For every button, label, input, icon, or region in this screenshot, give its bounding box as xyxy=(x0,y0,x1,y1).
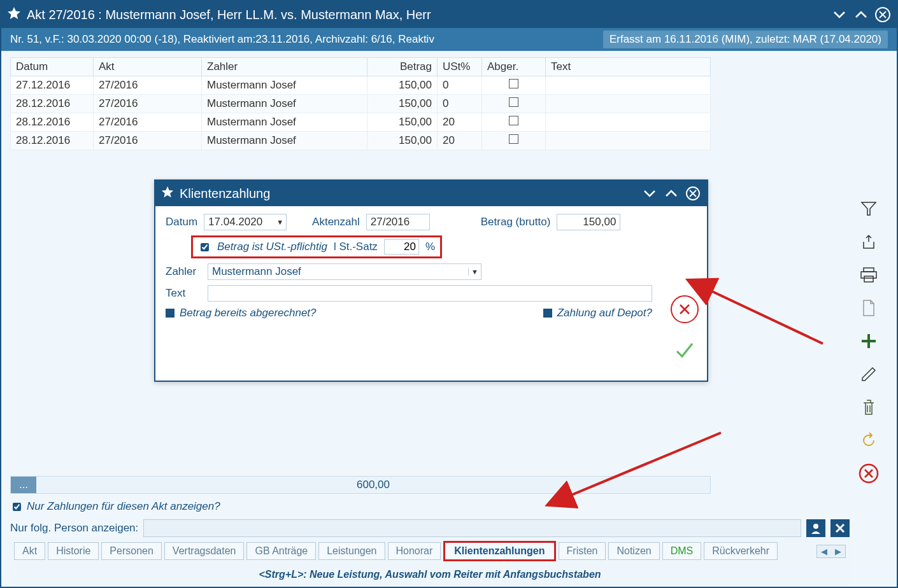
dialog-ok-button[interactable] xyxy=(671,336,699,364)
cell-abger[interactable] xyxy=(482,132,546,150)
subtitle-right: Erfasst am 16.11.2016 (MIM), zuletzt: MA… xyxy=(603,31,888,48)
window-title: Akt 27/2016 : Mustermann Josef, Herr LL.… xyxy=(27,8,825,22)
filter-icon[interactable] xyxy=(857,197,880,220)
dialog-expand-button[interactable] xyxy=(662,185,680,202)
refresh-icon[interactable] xyxy=(857,429,880,452)
datum-input[interactable]: 17.04.2020 ▼ xyxy=(204,214,287,230)
aktenzahl-input[interactable]: 27/2016 xyxy=(366,214,430,230)
cell-abger[interactable] xyxy=(482,76,546,95)
tab-honorar[interactable]: Honorar xyxy=(388,542,441,560)
date-dropdown-icon[interactable]: ▼ xyxy=(276,218,283,226)
cell-datum: 27.12.2016 xyxy=(11,76,94,95)
datum-value: 17.04.2020 xyxy=(208,216,262,228)
dialog-title: Klientenzahlung xyxy=(180,186,636,201)
tab-scroll-right[interactable]: ▶ xyxy=(831,545,845,557)
tab-personen[interactable]: Personen xyxy=(101,542,162,560)
totals-menu[interactable]: ... xyxy=(11,477,36,493)
col-betrag[interactable]: Betrag xyxy=(367,58,438,76)
chevron-down-icon[interactable]: ▼ xyxy=(468,268,481,276)
export-icon[interactable] xyxy=(857,230,880,253)
tab-notizen[interactable]: Notizen xyxy=(608,542,659,560)
zahler-value: Mustermann Josef xyxy=(212,265,468,278)
checkbox-icon[interactable] xyxy=(509,134,518,144)
tab-fristen[interactable]: Fristen xyxy=(559,542,606,560)
window-close-button[interactable] xyxy=(874,6,892,24)
filter-person-row: Nur folg. Person anzeigen: xyxy=(10,519,850,537)
cell-akt: 27/2016 xyxy=(94,132,202,150)
text-input[interactable] xyxy=(208,285,652,302)
right-toolbar xyxy=(850,57,888,587)
betrag-input[interactable]: 150,00 xyxy=(557,214,620,230)
cell-zahler: Mustermann Josef xyxy=(202,113,367,132)
square-icon xyxy=(543,309,552,318)
filter-only-this-case: Nur Zahlungen für diesen Akt anzeigen? xyxy=(10,500,850,513)
klientenzahlung-dialog: Klientenzahlung Datum xyxy=(154,179,708,382)
col-zahler[interactable]: Zahler xyxy=(202,58,367,76)
cell-abger[interactable] xyxy=(482,95,546,113)
add-icon[interactable] xyxy=(857,330,880,353)
dialog-close-button[interactable] xyxy=(684,185,702,202)
cell-abger[interactable] xyxy=(482,113,546,132)
tab-scroll-left[interactable]: ◀ xyxy=(817,545,831,557)
cell-text xyxy=(546,132,711,150)
svg-point-4 xyxy=(813,524,818,529)
svg-marker-0 xyxy=(8,7,20,19)
checkbox-icon[interactable] xyxy=(509,97,518,107)
col-akt[interactable]: Akt xyxy=(94,58,202,76)
abgerechnet-toggle[interactable]: Betrag bereits abgerechnet? xyxy=(166,307,317,319)
svg-marker-18 xyxy=(162,186,173,197)
star-icon xyxy=(6,6,22,24)
tab-dms[interactable]: DMS xyxy=(662,542,702,560)
cell-betrag: 150,00 xyxy=(367,113,438,132)
cell-akt: 27/2016 xyxy=(94,76,202,95)
checkbox-icon[interactable] xyxy=(509,116,518,125)
tab-rueckverkehr[interactable]: Rückverkehr xyxy=(704,542,778,560)
tab-scroll: ◀▶ xyxy=(816,545,846,558)
col-datum[interactable]: Datum xyxy=(11,58,94,76)
zahler-dropdown[interactable]: Mustermann Josef ▼ xyxy=(208,263,481,280)
tab-vertragsdaten[interactable]: Vertragsdaten xyxy=(164,542,245,560)
tab-akt[interactable]: Akt xyxy=(14,542,45,560)
table-row[interactable]: 28.12.201627/2016Mustermann Josef150,000 xyxy=(11,95,711,113)
table-row[interactable]: 27.12.201627/2016Mustermann Josef150,000 xyxy=(11,76,711,95)
tab-leistungen[interactable]: Leistungen xyxy=(318,542,385,560)
cell-akt: 27/2016 xyxy=(94,95,202,113)
tab-historie[interactable]: Historie xyxy=(48,542,99,560)
content-area: Datum Akt Zahler Betrag USt% Abger. Text… xyxy=(1,51,897,587)
filter-only-this-case-label: Nur Zahlungen für diesen Akt anzeigen? xyxy=(27,500,220,513)
payments-table[interactable]: Datum Akt Zahler Betrag USt% Abger. Text… xyxy=(10,57,711,150)
totals-bar: ... 600,00 xyxy=(10,476,711,494)
zahler-label: Zahler xyxy=(166,265,201,278)
filter-only-this-case-checkbox[interactable] xyxy=(13,503,21,511)
table-row[interactable]: 28.12.201627/2016Mustermann Josef150,002… xyxy=(11,113,711,132)
new-document-icon[interactable] xyxy=(857,297,880,319)
edit-icon[interactable] xyxy=(857,363,880,386)
col-abger[interactable]: Abger. xyxy=(482,58,546,76)
dialog-body: Datum 17.04.2020 ▼ Aktenzahl 27/2016 Bet… xyxy=(155,206,707,381)
tabs-bar: AktHistoriePersonenVertragsdatenGB Anträ… xyxy=(10,537,850,565)
vat-rate-input[interactable] xyxy=(384,239,419,255)
cancel-icon[interactable] xyxy=(857,462,880,485)
filter-person-input[interactable] xyxy=(143,519,801,537)
vat-checkbox[interactable] xyxy=(201,243,209,251)
dialog-cancel-button[interactable] xyxy=(671,295,699,323)
tab-klientenzahlungen[interactable]: Klientenzahlungen xyxy=(443,541,555,561)
dialog-collapse-button[interactable] xyxy=(641,185,659,202)
totals-sum: 600,00 xyxy=(36,477,710,493)
window-collapse-button[interactable] xyxy=(830,6,848,24)
select-person-button[interactable] xyxy=(806,519,825,537)
delete-icon[interactable] xyxy=(857,396,880,419)
hint-bar: <Strg+L>: Neue Leistung, Auswahl vom Rei… xyxy=(10,565,850,587)
col-ust[interactable]: USt% xyxy=(438,58,482,76)
checkbox-icon[interactable] xyxy=(509,79,518,88)
col-text[interactable]: Text xyxy=(546,58,711,76)
tab-gbantraege[interactable]: GB Anträge xyxy=(246,542,316,560)
clear-person-button[interactable] xyxy=(830,519,850,537)
window-expand-button[interactable] xyxy=(852,6,870,24)
print-icon[interactable] xyxy=(857,263,880,286)
vat-rate-label: l St.-Satz xyxy=(334,241,378,253)
square-icon xyxy=(166,309,175,318)
table-row[interactable]: 28.12.201627/2016Mustermann Josef150,002… xyxy=(11,132,711,150)
betrag-label: Betrag (brutto) xyxy=(481,216,551,228)
depot-toggle[interactable]: Zahlung auf Depot? xyxy=(543,307,652,319)
